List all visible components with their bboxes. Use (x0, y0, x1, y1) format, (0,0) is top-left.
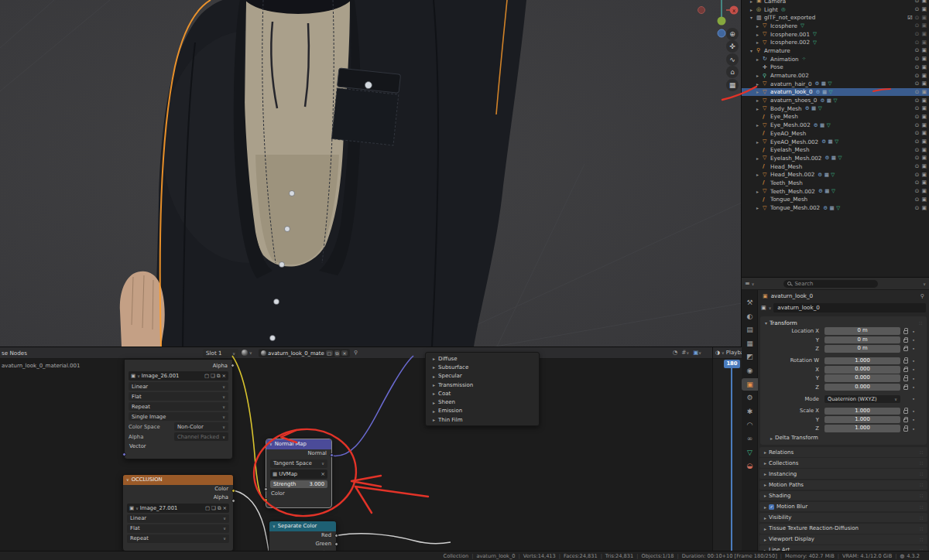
object-name[interactable]: glTF_not_exported (764, 14, 815, 21)
lock-icon[interactable] (900, 426, 910, 432)
expand-chevron-icon[interactable]: ▸ (756, 56, 763, 62)
panel-grip-icon[interactable]: ∷ (920, 515, 923, 521)
copy-icon[interactable]: ❏ (211, 505, 216, 511)
alpha-output-socket[interactable] (231, 364, 235, 367)
properties-tab-scene[interactable]: ◩ (742, 350, 758, 363)
hide-eye-icon[interactable]: ⊙ (915, 122, 920, 128)
object-name[interactable]: Armature.002 (770, 72, 809, 79)
viewport-nav-icon[interactable]: ⊕ (726, 28, 739, 40)
bsdf-subpanel[interactable]: ▸ Diffuse (426, 354, 539, 363)
animate-dot-icon[interactable]: • (910, 329, 917, 334)
gizmo-x-neg[interactable] (698, 7, 705, 14)
color-space-dropdown[interactable]: Non-Color∨ (174, 422, 228, 431)
outliner-row[interactable]: ▸ Eyelash_Mesh.002 ⚙ ▦ ▽ ☑ ⊙ ▣ (742, 154, 929, 162)
playback-menu[interactable]: Playback (726, 350, 742, 356)
animate-dot-icon[interactable]: • (910, 408, 917, 414)
fake-user-shield-icon[interactable]: ▢ (205, 505, 210, 511)
hide-eye-icon[interactable]: ⊙ (915, 163, 920, 169)
node-dropdown[interactable]: Repeat∨ (129, 402, 228, 411)
object-name[interactable]: Body_Mesh (770, 105, 802, 112)
normal-map-node-header[interactable]: ∨ Normal Map (266, 439, 331, 449)
transform-value-field[interactable]: 0 m (824, 327, 900, 335)
hide-eye-icon[interactable]: ⊙ (915, 0, 920, 4)
playhead-line[interactable] (731, 368, 732, 551)
outliner-row[interactable]: Pose ⚙ ▦ ▽ ☑ ⊙ ▣ (742, 63, 929, 72)
properties-tab-world[interactable]: ◉ (742, 364, 758, 377)
disable-render-icon[interactable]: ▣ (921, 22, 927, 29)
expand-chevron-icon[interactable]: ▸ (756, 73, 763, 78)
properties-tab-particles[interactable]: ✱ (742, 405, 758, 418)
bsdf-subpanel[interactable]: ▸ Sheen (426, 398, 539, 406)
outliner-row[interactable]: ▸ Tongue_Mesh.002 ⚙ ▦ ▽ ☑ ⊙ ▣ (742, 203, 929, 212)
animate-dot-icon[interactable]: • (910, 358, 917, 364)
color-output-socket[interactable] (231, 489, 235, 493)
object-name[interactable]: Eye_Mesh.002 (770, 121, 811, 128)
breadcrumb-object[interactable]: avaturn_look_0 (771, 292, 814, 299)
fake-user-shield-icon[interactable]: ▢ (204, 373, 209, 379)
hide-eye-icon[interactable]: ⊙ (915, 80, 920, 87)
properties-tab-modifiers[interactable]: ⚙ (742, 391, 758, 404)
disable-render-icon[interactable]: ▣ (921, 147, 927, 153)
outliner-row[interactable]: EyeAO_Mesh ⚙ ▦ ▽ ☑ ⊙ ▣ (742, 129, 929, 138)
disable-render-icon[interactable]: ▣ (921, 6, 927, 12)
expand-chevron-icon[interactable]: ▸ (756, 32, 763, 37)
properties-tab-object-data[interactable]: ▽ (742, 446, 758, 459)
collapsed-panel-header[interactable]: ▸ ✓ Viewport Display ∷ (759, 534, 927, 545)
panel-grip-icon[interactable]: ∷ (920, 537, 923, 542)
properties-tab-tool[interactable]: ⚒ (742, 296, 758, 309)
transform-value-field[interactable]: 1.000 (824, 425, 900, 432)
node-dropdown[interactable]: Single Image∨ (129, 412, 228, 421)
rotation-mode-dropdown[interactable]: Quaternion (WXYZ)∨ (824, 395, 900, 404)
node-dropdown[interactable]: Repeat∨ (127, 534, 229, 543)
object-name[interactable]: Icosphere (770, 22, 797, 29)
gizmo-y-axis[interactable] (718, 17, 726, 26)
bsdf-subpanel[interactable]: ▸ Specular (426, 372, 539, 381)
outliner-row[interactable]: ▸ avaturn_look_0 ⚙ ▦ ▽ ☑ ⊙ ▣ (742, 88, 929, 97)
outliner-row[interactable]: Tongue_Mesh ⚙ ▦ ▽ ☑ ⊙ ▣ (742, 196, 929, 204)
hide-eye-icon[interactable]: ⊙ (915, 56, 920, 62)
image-texture-node[interactable]: Alpha ▣∨ Image_26.001 ▢ ❏ ⧉ × Linear∨ (124, 359, 233, 459)
properties-tab-object[interactable]: ▣ (742, 378, 758, 391)
disable-render-icon[interactable]: ▣ (921, 64, 927, 70)
hide-eye-icon[interactable]: ⊙ (915, 138, 920, 145)
object-name[interactable]: EyeAO_Mesh (770, 130, 806, 137)
outliner-row[interactable]: Eyelash_Mesh ⚙ ▦ ▽ ☑ ⊙ ▣ (742, 145, 929, 154)
outliner-row[interactable]: ▸ Body_Mesh ⚙ ▦ ▽ ☑ ⊙ ▣ (742, 104, 929, 113)
disable-render-icon[interactable]: ▣ (921, 155, 927, 161)
bsdf-subpanel[interactable]: ▸ Transmission (426, 381, 539, 389)
object-name[interactable]: avaturn_look_0 (770, 88, 813, 95)
outliner-row[interactable]: Eye_Mesh ⚙ ▦ ▽ ☑ ⊙ ▣ (742, 113, 929, 121)
outliner-row[interactable]: ▸ avaturn_hair_0 ⚙ ▦ ▽ ☑ ⊙ ▣ (742, 80, 929, 88)
disable-render-icon[interactable]: ▣ (921, 179, 927, 186)
hide-eye-icon[interactable]: ⊙ (915, 73, 920, 79)
expand-chevron-icon[interactable]: ▸ (750, 0, 756, 4)
delta-transform-header[interactable]: ▸ Delta Transform (763, 433, 924, 442)
panel-grip-icon[interactable]: ∷ (920, 449, 923, 455)
output-socket[interactable] (334, 542, 338, 546)
expand-chevron-icon[interactable]: ▸ (756, 97, 763, 103)
outliner-row[interactable]: ▸ avaturn_shoes_0 ⚙ ▦ ▽ ☑ ⊙ ▣ (742, 96, 929, 104)
panel-grip-icon[interactable]: ∷ (920, 493, 923, 498)
expand-chevron-icon[interactable]: ▸ (756, 39, 763, 45)
lock-icon[interactable] (900, 384, 910, 390)
node-dropdown[interactable]: Linear∨ (129, 382, 228, 391)
collapsed-panel-header[interactable]: ▸ ✓ Line Art ∷ (759, 545, 927, 551)
properties-tab-render[interactable]: ◐ (742, 310, 758, 323)
disable-render-icon[interactable]: ▣ (921, 39, 927, 46)
image-datablock[interactable]: ▣∨ Image_26.001 ▢ ❏ ⧉ × (129, 371, 228, 381)
clear-x-icon[interactable]: × (321, 471, 325, 477)
object-name[interactable]: Light (764, 6, 778, 13)
disable-render-icon[interactable]: ▣ (921, 163, 927, 169)
disable-render-icon[interactable]: ▣ (921, 196, 927, 203)
outliner-row[interactable]: ▸ Icosphere ⚙ ▦ ▽ ☑ ⊙ ▣ (742, 22, 929, 30)
alpha-output-socket[interactable] (231, 499, 235, 503)
outliner-row[interactable]: ▸ Icosphere.001 ⚙ ▦ ▽ ☑ ⊙ ▣ (742, 30, 929, 39)
animate-dot-icon[interactable]: • (910, 417, 917, 422)
animate-dot-icon[interactable]: • (910, 426, 917, 432)
outliner-row[interactable]: Head_Mesh ⚙ ▦ ▽ ☑ ⊙ ▣ (742, 162, 929, 171)
animate-dot-icon[interactable]: • (910, 346, 917, 351)
playhead-frame[interactable]: 180 (724, 360, 740, 368)
expand-chevron-icon[interactable]: ▸ (756, 106, 763, 111)
outliner-row[interactable]: ▸ Light ⚙ ▦ ▽ ◎ ☑ ⊙ ▣ (742, 5, 929, 14)
panel-grip-icon[interactable]: ∷ (920, 471, 923, 476)
